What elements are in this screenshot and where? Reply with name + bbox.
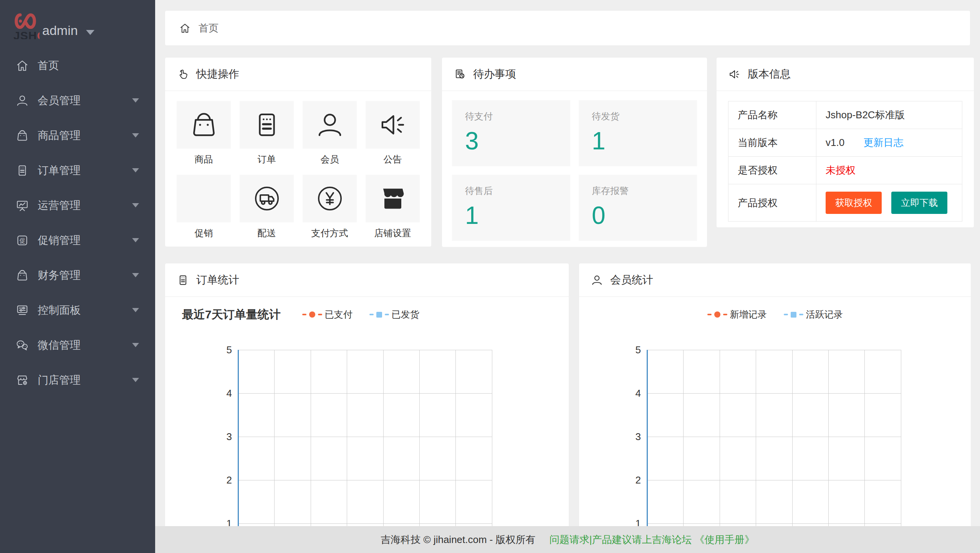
todo-header: 待办事项: [442, 58, 707, 91]
username-label[interactable]: admin: [42, 23, 78, 38]
table-row: 产品名称 Jshop-B2C标准版: [728, 101, 962, 129]
todo-tile-pending-payment[interactable]: 待支付 3: [452, 100, 570, 166]
get-auth-button[interactable]: 获取授权: [826, 192, 882, 214]
todo-grid: 待支付 3 待发货 1 待售后 1 库存报警 0: [442, 91, 707, 241]
order-stats-card: 订单统计 最近7天订单量统计 已支付 已发货 54321: [165, 263, 569, 553]
sidebar-item-goods[interactable]: 商品管理: [0, 118, 155, 153]
sidebar: JSHOP admin 首页 会员管理 商品管理: [0, 0, 155, 553]
table-row: 当前版本 v1.0 更新日志: [728, 129, 962, 157]
quick-tile-promotion[interactable]: 促销: [177, 175, 231, 239]
quick-tile-delivery[interactable]: 配送: [240, 175, 294, 239]
todo-count: 3: [465, 129, 570, 153]
yen-payment-icon: [315, 183, 345, 214]
svg-text:促: 促: [19, 237, 25, 243]
chevron-down-icon: [132, 308, 139, 312]
card-title: 快捷操作: [196, 67, 239, 81]
chevron-down-icon: [132, 343, 139, 347]
quick-tile-payment[interactable]: 支付方式: [303, 175, 357, 239]
money-bag-icon: [15, 268, 29, 282]
chevron-down-icon: [132, 133, 139, 137]
sidebar-item-finance[interactable]: 财务管理: [0, 258, 155, 293]
product-name-value: Jshop-B2C标准版: [816, 101, 962, 129]
sidebar-item-operations[interactable]: 运营管理: [0, 188, 155, 223]
todo-tile-stock-alert[interactable]: 库存报警 0: [579, 175, 697, 241]
table-row: 产品授权 获取授权 立即下载: [728, 184, 962, 222]
member-chart-plot: 54321: [579, 263, 971, 553]
user-dropdown-caret-icon: [86, 30, 94, 35]
shopping-bag-icon: [189, 109, 219, 140]
sidebar-item-orders[interactable]: 订单管理: [0, 153, 155, 188]
table-row: 是否授权 未授权: [728, 157, 962, 184]
chevron-down-icon: [132, 378, 139, 382]
home-icon: [179, 22, 191, 34]
jshop-logo-text: JSHOP: [13, 29, 40, 39]
home-icon: [15, 59, 29, 73]
quick-tile-announcement[interactable]: 公告: [366, 101, 420, 166]
chevron-down-icon: [132, 238, 139, 242]
todo-card: 待办事项 待支付 3 待发货 1 待售后 1 库存报警 0: [442, 58, 707, 247]
promo-badge-icon: 促: [15, 233, 29, 247]
quick-tile-goods[interactable]: 商品: [177, 101, 231, 166]
delivery-truck-icon: [252, 183, 282, 214]
todo-tile-pending-aftersale[interactable]: 待售后 1: [452, 175, 570, 241]
version-card: 版本信息 产品名称 Jshop-B2C标准版 当前版本 v1.0 更新日志 是否…: [717, 58, 974, 227]
jshop-logo-icon: JSHOP: [13, 12, 40, 39]
version-value: v1.0: [826, 137, 844, 148]
download-button[interactable]: 立即下载: [891, 192, 947, 214]
todo-count: 0: [592, 203, 697, 228]
person-icon: [15, 94, 29, 108]
card-title: 版本信息: [748, 67, 791, 81]
todo-count: 1: [592, 129, 697, 153]
quick-actions-grid: 商品 订单 会员: [165, 91, 431, 239]
chevron-down-icon: [132, 98, 139, 103]
footer-copyright: 吉海科技 © jihainet.com - 版权所有: [381, 533, 535, 546]
chevron-down-icon: [132, 273, 139, 277]
quick-tile-shop-settings[interactable]: 店铺设置: [366, 175, 420, 239]
sidebar-item-promotion[interactable]: 促 促销管理: [0, 223, 155, 258]
order-list-icon: [252, 109, 282, 140]
quick-tile-orders[interactable]: 订单: [240, 101, 294, 166]
version-header: 版本信息: [717, 58, 974, 91]
sidebar-item-wechat[interactable]: 微信管理: [0, 328, 155, 363]
user-menu[interactable]: JSHOP admin: [0, 8, 155, 47]
speaker-icon: [377, 109, 408, 140]
person-icon: [315, 109, 345, 140]
footer: 吉海科技 © jihainet.com - 版权所有 问题请求|产品建议请上吉海…: [155, 526, 980, 553]
hand-click-icon: [177, 68, 189, 81]
member-stats-card: 会员统计 新增记录 活跃记录 54321: [579, 263, 971, 553]
sidebar-menu: 首页 会员管理 商品管理 订单管理: [0, 48, 155, 397]
card-title: 待办事项: [473, 67, 516, 81]
changelog-link[interactable]: 更新日志: [863, 137, 903, 148]
breadcrumb-home-link[interactable]: 首页: [199, 22, 219, 35]
store-gear-icon: [15, 373, 29, 387]
breadcrumb: 首页: [165, 11, 970, 45]
document-clock-icon: [454, 68, 466, 81]
sidebar-item-stores[interactable]: 门店管理: [0, 363, 155, 397]
presentation-chart-icon: [15, 199, 29, 212]
order-chart-plot: 54321: [165, 263, 569, 553]
order-list-icon: [15, 164, 29, 177]
sidebar-item-members[interactable]: 会员管理: [0, 83, 155, 118]
sidebar-item-control-panel[interactable]: 控制面板: [0, 293, 155, 328]
quick-actions-header: 快捷操作: [165, 58, 431, 91]
sidebar-item-home[interactable]: 首页: [0, 48, 155, 83]
control-sliders-icon: [15, 303, 29, 317]
chevron-down-icon: [132, 168, 139, 172]
speaker-icon: [728, 68, 741, 81]
auth-status: 未授权: [826, 164, 856, 176]
quick-actions-card: 快捷操作 商品 订单: [165, 58, 431, 247]
storefront-icon: [377, 183, 408, 214]
wechat-icon: [15, 338, 29, 352]
empty-tile: [177, 175, 231, 222]
todo-tile-pending-shipment[interactable]: 待发货 1: [579, 100, 697, 166]
quick-tile-members[interactable]: 会员: [303, 101, 357, 166]
footer-forum-manual-links[interactable]: 问题请求|产品建议请上吉海论坛 《使用手册》: [550, 533, 755, 546]
shopping-bag-icon: [15, 129, 29, 142]
chevron-down-icon: [132, 203, 139, 207]
todo-count: 1: [465, 203, 570, 228]
version-table: 产品名称 Jshop-B2C标准版 当前版本 v1.0 更新日志 是否授权 未授…: [728, 101, 962, 222]
